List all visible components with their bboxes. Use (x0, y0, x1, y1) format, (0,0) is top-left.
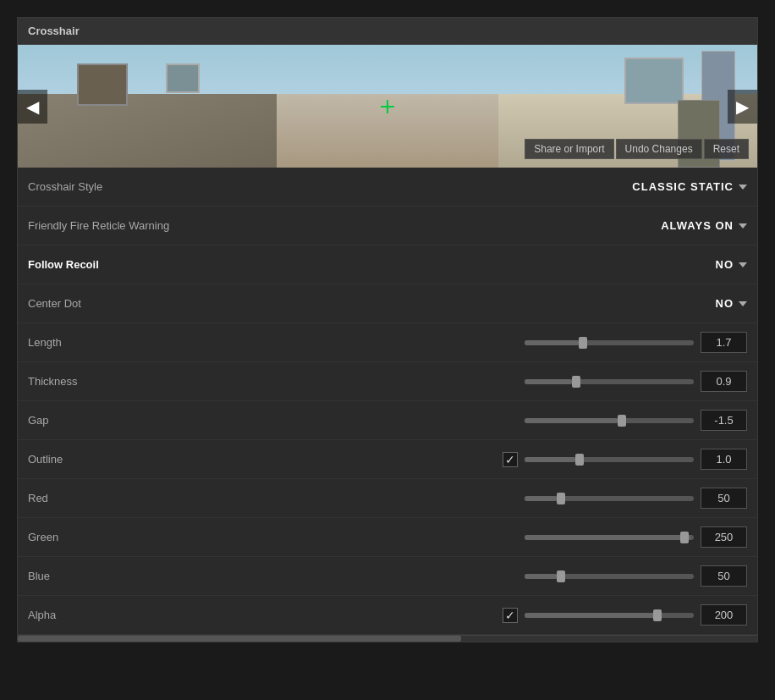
gap-slider-thumb (618, 415, 626, 427)
preview-prev-button[interactable]: ◀ (18, 90, 47, 124)
green-control: 250 (197, 526, 747, 548)
follow-recoil-arrow-icon (739, 262, 747, 267)
friendly-fire-label: Friendly Fire Reticle Warning (28, 219, 197, 232)
follow-recoil-label: Follow Recoil (28, 258, 197, 271)
prev-icon: ◀ (26, 97, 39, 116)
crosshair-style-row: Crosshair Style CLASSIC STATIC (18, 168, 757, 207)
gap-slider[interactable] (525, 418, 694, 423)
green-label: Green (28, 531, 197, 543)
length-row: Length 1.7 (18, 323, 757, 362)
length-label: Length (28, 336, 197, 349)
alpha-checkbox[interactable]: ✓ (503, 608, 518, 623)
friendly-fire-dropdown[interactable]: ALWAYS ON (661, 219, 747, 232)
crosshair-dot (387, 105, 389, 107)
panel-title: Crosshair (18, 18, 757, 45)
thickness-control: 0.9 (197, 371, 747, 392)
thickness-value[interactable]: 0.9 (701, 371, 747, 392)
thickness-label: Thickness (28, 375, 197, 388)
center-dot-label: Center Dot (28, 297, 197, 310)
follow-recoil-row: Follow Recoil NO (18, 245, 757, 284)
length-slider[interactable] (525, 340, 694, 345)
center-dot-row: Center Dot NO (18, 284, 757, 323)
friendly-fire-control: ALWAYS ON (197, 219, 747, 232)
outline-slider-thumb (575, 454, 584, 466)
friendly-fire-value: ALWAYS ON (661, 219, 734, 232)
outline-row: Outline ✓ 1.0 (18, 440, 757, 479)
green-slider[interactable] (525, 535, 694, 540)
gap-control: -1.5 (197, 410, 747, 431)
undo-changes-button[interactable]: Undo Changes (616, 139, 702, 159)
length-value[interactable]: 1.7 (701, 332, 747, 353)
blue-slider-fill (525, 574, 557, 579)
crosshair-panel: Crosshair ◀ ▶ Share o (17, 17, 758, 642)
preview-action-buttons: Share or Import Undo Changes Reset (525, 139, 749, 159)
gap-value[interactable]: -1.5 (701, 410, 747, 431)
red-slider[interactable] (525, 496, 694, 501)
friendly-fire-row: Friendly Fire Reticle Warning ALWAYS ON (18, 207, 757, 245)
outline-checkbox[interactable]: ✓ (503, 452, 518, 467)
preview-area: ◀ ▶ Share or Import Undo Changes Reset (18, 45, 757, 168)
crosshair-style-control: CLASSIC STATIC (197, 180, 747, 193)
alpha-row: Alpha ✓ 200 (18, 596, 757, 635)
gap-label: Gap (28, 414, 197, 427)
reset-button[interactable]: Reset (704, 139, 749, 159)
center-dot-value: NO (716, 297, 734, 310)
outline-value[interactable]: 1.0 (701, 449, 747, 470)
horizontal-scrollbar[interactable] (18, 635, 757, 642)
blue-label: Blue (28, 570, 197, 582)
crosshair-preview (381, 100, 394, 113)
green-row: Green 250 (18, 518, 757, 557)
alpha-slider-fill (525, 613, 657, 618)
alpha-value[interactable]: 200 (701, 604, 747, 626)
alpha-slider-thumb (653, 609, 662, 621)
outline-slider-fill (525, 457, 575, 462)
red-value[interactable]: 50 (701, 488, 747, 509)
friendly-fire-arrow-icon (739, 223, 747, 229)
red-slider-thumb (557, 493, 565, 504)
reset-label: Reset (713, 143, 739, 155)
length-slider-fill (525, 340, 579, 345)
green-value[interactable]: 250 (701, 526, 747, 548)
center-dot-dropdown[interactable]: NO (716, 297, 748, 310)
scrollbar-thumb[interactable] (18, 636, 461, 642)
follow-recoil-dropdown[interactable]: NO (716, 258, 748, 271)
crosshair-style-value: CLASSIC STATIC (632, 180, 734, 193)
red-control: 50 (197, 488, 747, 509)
crosshair-style-dropdown[interactable]: CLASSIC STATIC (632, 180, 747, 193)
outline-label: Outline (28, 453, 197, 466)
undo-changes-label: Undo Changes (625, 143, 693, 155)
red-row: Red 50 (18, 479, 757, 518)
next-icon: ▶ (736, 97, 749, 116)
outline-slider[interactable] (525, 457, 694, 462)
red-slider-fill (525, 496, 557, 501)
follow-recoil-control: NO (197, 258, 747, 271)
blue-value[interactable]: 50 (701, 565, 747, 587)
gap-row: Gap -1.5 (18, 401, 757, 440)
blue-control: 50 (197, 565, 747, 587)
green-slider-fill (525, 535, 690, 540)
center-dot-arrow-icon (739, 301, 747, 306)
red-label: Red (28, 492, 197, 504)
blue-slider-thumb (557, 570, 565, 582)
alpha-control: ✓ 200 (197, 604, 747, 626)
length-control: 1.7 (197, 332, 747, 353)
alpha-slider[interactable] (525, 613, 694, 618)
blue-row: Blue 50 (18, 557, 757, 596)
green-slider-thumb (680, 532, 689, 543)
share-import-button[interactable]: Share or Import (525, 139, 613, 159)
preview-next-button[interactable]: ▶ (728, 90, 757, 124)
gap-slider-fill (525, 418, 618, 423)
alpha-label: Alpha (28, 609, 197, 621)
thickness-slider[interactable] (525, 379, 694, 384)
follow-recoil-value: NO (716, 258, 734, 271)
crosshair-style-label: Crosshair Style (28, 180, 197, 193)
outline-control: ✓ 1.0 (197, 449, 747, 470)
thickness-row: Thickness 0.9 (18, 362, 757, 401)
crosshair-style-arrow-icon (739, 185, 747, 190)
blue-slider[interactable] (525, 574, 694, 579)
panel-title-text: Crosshair (28, 25, 80, 37)
alpha-check-icon: ✓ (505, 609, 515, 621)
thickness-slider-thumb (572, 376, 580, 388)
outline-check-icon: ✓ (505, 454, 515, 466)
center-dot-control: NO (197, 297, 747, 310)
